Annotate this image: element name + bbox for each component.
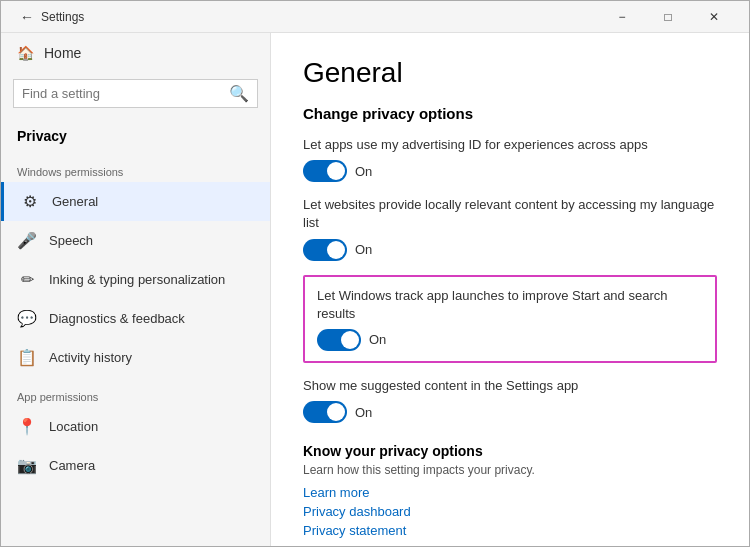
setting-track-highlighted: Let Windows track app launches to improv… [303, 275, 717, 363]
maximize-button[interactable]: □ [645, 1, 691, 33]
sidebar-item-label: Inking & typing personalization [49, 272, 225, 287]
toggle-row: On [303, 239, 717, 261]
home-icon: 🏠 [17, 45, 34, 61]
activity-icon: 📋 [17, 348, 37, 367]
sidebar-item-speech[interactable]: 🎤 Speech [1, 221, 270, 260]
privacy-dashboard-link[interactable]: Privacy dashboard [303, 504, 717, 519]
sidebar-item-label: Location [49, 419, 98, 434]
privacy-statement-link[interactable]: Privacy statement [303, 523, 717, 538]
minimize-button[interactable]: − [599, 1, 645, 33]
sidebar-item-camera[interactable]: 📷 Camera [1, 446, 270, 485]
privacy-section-title: Know your privacy options [303, 443, 717, 459]
window-controls: − □ ✕ [599, 1, 737, 33]
toggle-value: On [355, 242, 372, 257]
diagnostics-icon: 💬 [17, 309, 37, 328]
close-button[interactable]: ✕ [691, 1, 737, 33]
main-content: General Change privacy options Let apps … [271, 33, 749, 546]
toggle-advertising[interactable] [303, 160, 347, 182]
toggle-track[interactable] [317, 329, 361, 351]
toggle-value: On [369, 332, 386, 347]
setting-label: Let Windows track app launches to improv… [317, 287, 703, 323]
toggle-value: On [355, 164, 372, 179]
setting-label: Show me suggested content in the Setting… [303, 377, 717, 395]
general-icon: ⚙ [20, 192, 40, 211]
sidebar-item-general[interactable]: ⚙ General [1, 182, 270, 221]
sidebar: 🏠 Home 🔍 Privacy Windows permissions ⚙ G… [1, 33, 271, 546]
location-icon: 📍 [17, 417, 37, 436]
active-section-label: Privacy [1, 120, 270, 152]
settings-window: ← Settings − □ ✕ 🏠 Home 🔍 Privacy Window… [0, 0, 750, 547]
search-box[interactable]: 🔍 [13, 79, 258, 108]
group-label-windows: Windows permissions [1, 152, 270, 182]
sidebar-item-activity[interactable]: 📋 Activity history [1, 338, 270, 377]
toggle-row: On [317, 329, 703, 351]
home-label: Home [44, 45, 81, 61]
search-icon: 🔍 [229, 84, 249, 103]
sidebar-item-location[interactable]: 📍 Location [1, 407, 270, 446]
toggle-value: On [355, 405, 372, 420]
sidebar-item-label: Speech [49, 233, 93, 248]
setting-advertising: Let apps use my advertising ID for exper… [303, 136, 717, 182]
toggle-language[interactable] [303, 239, 347, 261]
sidebar-item-home[interactable]: 🏠 Home [1, 33, 270, 73]
content-area: 🏠 Home 🔍 Privacy Windows permissions ⚙ G… [1, 33, 749, 546]
sidebar-item-inking[interactable]: ✏ Inking & typing personalization [1, 260, 270, 299]
setting-suggested: Show me suggested content in the Setting… [303, 377, 717, 423]
toggle-suggested[interactable] [303, 401, 347, 423]
page-title: General [303, 57, 717, 89]
inking-icon: ✏ [17, 270, 37, 289]
setting-language: Let websites provide locally relevant co… [303, 196, 717, 260]
sidebar-item-label: Diagnostics & feedback [49, 311, 185, 326]
back-button[interactable]: ← [13, 3, 41, 31]
sidebar-item-label: General [52, 194, 98, 209]
privacy-description: Learn how this setting impacts your priv… [303, 463, 717, 477]
learn-more-link[interactable]: Learn more [303, 485, 717, 500]
speech-icon: 🎤 [17, 231, 37, 250]
toggle-row: On [303, 401, 717, 423]
search-input[interactable] [22, 86, 223, 101]
titlebar: ← Settings − □ ✕ [1, 1, 749, 33]
camera-icon: 📷 [17, 456, 37, 475]
group-label-app: App permissions [1, 377, 270, 407]
setting-label: Let apps use my advertising ID for exper… [303, 136, 717, 154]
window-title: Settings [41, 10, 599, 24]
setting-label: Let websites provide locally relevant co… [303, 196, 717, 232]
toggle-row: On [303, 160, 717, 182]
sidebar-item-label: Camera [49, 458, 95, 473]
sidebar-item-diagnostics[interactable]: 💬 Diagnostics & feedback [1, 299, 270, 338]
section-title: Change privacy options [303, 105, 717, 122]
privacy-section: Know your privacy options Learn how this… [303, 443, 717, 538]
sidebar-item-label: Activity history [49, 350, 132, 365]
